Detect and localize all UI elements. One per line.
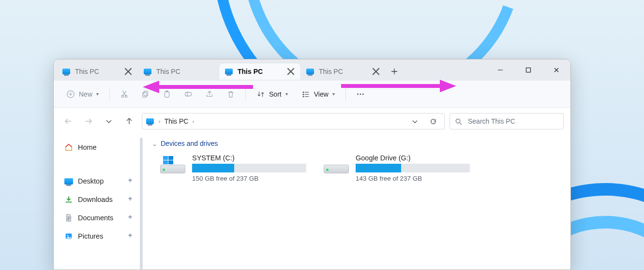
chevron-down-icon: ⌄ — [152, 141, 157, 147]
close-icon — [554, 67, 559, 73]
new-menu-button[interactable]: New ▾ — [60, 85, 105, 103]
tab-this-pc-2[interactable]: This PC — [138, 63, 219, 80]
this-pc-icon — [146, 118, 154, 124]
sidebar-item-label: Downloads — [78, 196, 122, 203]
paste-icon — [163, 90, 171, 99]
cut-button[interactable] — [115, 85, 134, 103]
delete-icon — [226, 90, 235, 99]
arrow-left-icon — [64, 117, 72, 125]
svg-rect-6 — [165, 91, 169, 97]
chevron-down-icon — [411, 118, 419, 125]
rename-icon — [184, 90, 193, 99]
this-pc-icon — [306, 69, 314, 74]
share-icon — [205, 90, 214, 99]
sidebar-item-downloads[interactable]: Downloads — [62, 191, 137, 208]
navigation-sidebar: Home Desktop Downloads Documents — [54, 135, 140, 270]
close-icon — [371, 67, 381, 76]
window-controls — [486, 59, 570, 81]
documents-icon — [64, 213, 73, 222]
delete-button[interactable] — [221, 85, 240, 103]
rename-button[interactable] — [179, 85, 198, 103]
this-pc-icon — [62, 69, 70, 74]
sidebar-item-label: Pictures — [78, 232, 122, 240]
this-pc-icon — [225, 69, 233, 74]
sidebar-item-home[interactable]: Home — [62, 139, 137, 156]
drive-icon — [160, 156, 185, 173]
view-icon — [301, 90, 310, 99]
chevron-down-icon — [105, 117, 113, 125]
drive-icon — [324, 156, 349, 173]
drive-free-text: 150 GB free of 237 GB — [192, 175, 308, 182]
address-history-button[interactable] — [407, 114, 422, 128]
address-bar[interactable]: › This PC › — [142, 113, 445, 129]
minimize-icon — [497, 67, 503, 73]
sidebar-divider[interactable] — [140, 135, 144, 270]
pin-icon — [127, 177, 134, 185]
sort-label: Sort — [269, 90, 282, 98]
minimize-button[interactable] — [486, 59, 514, 81]
more-icon — [356, 90, 365, 99]
desktop-icon — [64, 177, 73, 185]
tab-label: This PC — [319, 68, 367, 75]
title-bar: This PC This PC This PC This PC — [54, 59, 570, 81]
breadcrumb-location[interactable]: This PC — [165, 117, 189, 125]
home-icon — [64, 143, 73, 152]
toolbar-separator — [109, 88, 110, 100]
tab-label: This PC — [75, 68, 120, 75]
refresh-button[interactable] — [426, 114, 440, 128]
sort-icon — [256, 90, 265, 99]
chevron-down-icon: ▾ — [285, 91, 288, 97]
drive-usage-bar — [192, 164, 306, 172]
svg-rect-11 — [302, 96, 304, 97]
toolbar-separator — [245, 88, 246, 100]
this-pc-icon — [144, 69, 151, 74]
paste-button[interactable] — [157, 85, 177, 103]
tab-close-button[interactable] — [123, 67, 133, 76]
drive-usage-fill — [356, 164, 401, 172]
tab-this-pc-1[interactable]: This PC — [57, 63, 138, 80]
group-header-devices[interactable]: ⌄ Devices and drives — [152, 140, 562, 147]
nav-back-button[interactable] — [60, 114, 76, 129]
sort-menu-button[interactable]: Sort ▾ — [251, 85, 294, 103]
search-box[interactable] — [449, 113, 564, 129]
search-icon — [455, 118, 462, 125]
toolbar-separator — [345, 88, 346, 100]
nav-recent-button[interactable] — [101, 114, 117, 129]
sidebar-item-desktop[interactable]: Desktop — [62, 172, 137, 190]
sidebar-item-pictures[interactable]: Pictures — [62, 227, 137, 245]
tab-close-button[interactable] — [371, 67, 381, 76]
tab-this-pc-3-active[interactable]: This PC — [219, 63, 300, 80]
tab-this-pc-4[interactable]: This PC — [300, 63, 386, 80]
maximize-button[interactable] — [514, 59, 542, 81]
command-toolbar: New ▾ Sort ▾ View ▾ — [54, 81, 570, 108]
main-content[interactable]: ⌄ Devices and drives SYSTEM (C:) 150 GB … — [144, 135, 570, 270]
drive-item-google-drive-g[interactable]: Google Drive (G:) 143 GB free of 237 GB — [324, 154, 472, 182]
view-menu-button[interactable]: View ▾ — [296, 85, 341, 103]
nav-forward-button[interactable] — [81, 114, 96, 129]
new-tab-button[interactable] — [386, 63, 403, 80]
search-input[interactable] — [467, 117, 558, 126]
pictures-icon — [64, 232, 73, 241]
sidebar-item-label: Desktop — [78, 177, 122, 185]
drive-item-system-c[interactable]: SYSTEM (C:) 150 GB free of 237 GB — [160, 154, 308, 182]
breadcrumb-chevron-icon: › — [159, 118, 161, 124]
drive-name: Google Drive (G:) — [356, 154, 472, 162]
copy-button[interactable] — [136, 85, 155, 103]
copy-icon — [141, 90, 150, 99]
more-button[interactable] — [351, 85, 370, 103]
svg-point-17 — [67, 235, 69, 237]
share-button[interactable] — [200, 85, 219, 103]
sidebar-item-documents[interactable]: Documents — [62, 209, 137, 227]
file-explorer-window: This PC This PC This PC This PC — [53, 59, 571, 270]
svg-point-15 — [456, 119, 460, 123]
drive-usage-fill — [192, 164, 234, 172]
nav-up-button[interactable] — [121, 114, 137, 129]
chevron-down-icon: ▾ — [96, 91, 99, 97]
close-window-button[interactable] — [542, 59, 570, 81]
svg-rect-5 — [143, 92, 147, 97]
svg-point-14 — [362, 93, 364, 95]
breadcrumb-chevron-icon: › — [192, 118, 194, 124]
tab-close-button[interactable] — [286, 67, 296, 76]
pin-icon — [127, 214, 134, 222]
svg-rect-8 — [185, 92, 192, 96]
